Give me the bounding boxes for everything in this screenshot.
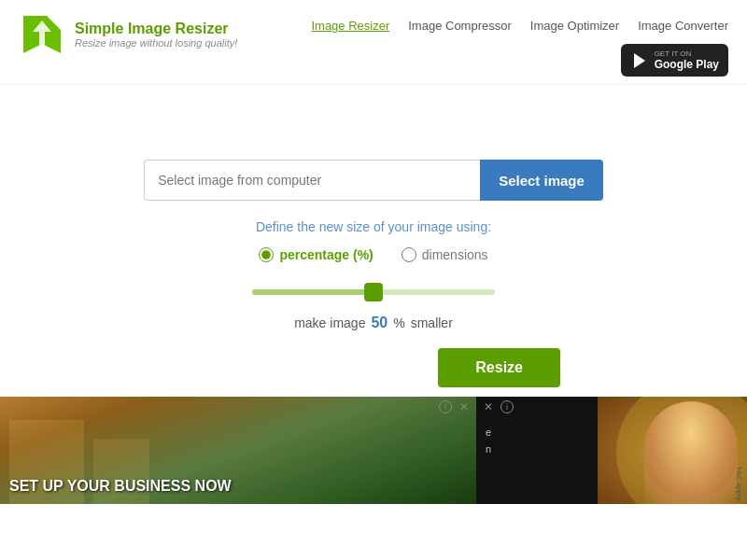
app-name: Simple Image Resizer — [75, 21, 237, 37]
ad-right-tnc: T&C apply — [735, 466, 743, 500]
slider-fill — [252, 289, 374, 295]
svg-marker-2 — [634, 53, 645, 68]
percentage-slider-container — [252, 281, 495, 303]
nav-image-resizer[interactable]: Image Resizer — [311, 19, 389, 33]
resize-button-row: Resize — [65, 348, 682, 387]
header: Simple Image Resizer Resize image withou… — [0, 0, 747, 85]
main-content: Select image Define the new size of your… — [0, 85, 747, 387]
ads-row: SET UP YOUR BUSINESS NOW i ✕ en ✕ i T&C … — [0, 397, 747, 504]
logo-icon — [19, 11, 65, 58]
ad-right-info-icon[interactable]: i — [500, 400, 514, 413]
file-path-input[interactable] — [144, 160, 480, 201]
logo-section: Simple Image Resizer Resize image withou… — [19, 11, 237, 58]
ad-right: en ✕ i T&C apply — [476, 397, 747, 504]
nav-image-compressor[interactable]: Image Compressor — [408, 19, 512, 33]
select-image-button[interactable]: Select image — [480, 160, 603, 201]
slider-thumb[interactable] — [364, 283, 383, 301]
file-input-row: Select image — [144, 160, 603, 201]
main-nav: Image Resizer Image Compressor Image Opt… — [311, 19, 728, 33]
size-suffix: smaller — [411, 315, 453, 330]
size-unit: % — [393, 315, 404, 330]
tagline: Resize image without losing quality! — [75, 37, 237, 49]
dimensions-label: dimensions — [422, 247, 488, 262]
ad-left: SET UP YOUR BUSINESS NOW i ✕ — [0, 397, 476, 504]
size-text-row: make image 50 % smaller — [294, 315, 453, 331]
dimensions-radio-label[interactable]: dimensions — [402, 247, 488, 262]
size-value: 50 — [371, 315, 388, 331]
percentage-label: percentage (%) — [279, 247, 373, 262]
resize-button[interactable]: Resize — [438, 348, 560, 387]
size-prefix: make image — [294, 315, 365, 330]
google-play-icon — [630, 51, 649, 70]
google-play-badge[interactable]: GET IT ON Google Play — [621, 44, 728, 77]
resize-mode-row: percentage (%) dimensions — [259, 247, 487, 262]
nav-image-optimizer[interactable]: Image Optimizer — [530, 19, 619, 33]
define-size-text: Define the new size of your image using: — [256, 219, 491, 234]
google-play-line2: Google Play — [655, 58, 719, 71]
ad-right-close-icon[interactable]: ✕ — [484, 400, 493, 413]
percentage-radio[interactable] — [259, 247, 274, 262]
dimensions-radio[interactable] — [402, 247, 416, 262]
logo-text: Simple Image Resizer Resize image withou… — [75, 21, 237, 49]
google-play-line1: GET IT ON — [655, 49, 719, 58]
percentage-radio-label[interactable]: percentage (%) — [259, 247, 373, 262]
ad-left-text: SET UP YOUR BUSINESS NOW — [9, 478, 232, 495]
ad-left-info-icon[interactable]: i — [439, 400, 452, 413]
ad-right-text: en — [486, 425, 491, 457]
ad-left-close-icon[interactable]: ✕ — [459, 400, 469, 413]
nav-image-converter[interactable]: Image Converter — [638, 19, 728, 33]
